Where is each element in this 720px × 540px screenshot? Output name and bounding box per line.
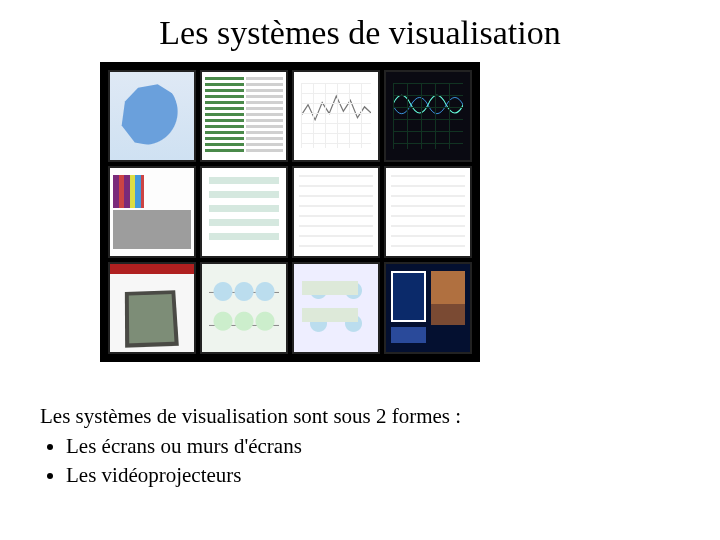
wall-screen-broadcast	[384, 262, 472, 354]
wall-screen-clipboard	[108, 262, 196, 354]
wall-screen-report-2	[384, 166, 472, 258]
video-wall-photo	[100, 62, 480, 362]
intro-line: Les systèmes de visualisation sont sous …	[40, 402, 680, 430]
slide: Les systèmes de visualisation	[0, 0, 720, 540]
bullet-list: Les écrans ou murs d'écrans Les vidéopro…	[40, 432, 680, 489]
wall-screen-map	[108, 70, 196, 162]
list-item: Les écrans ou murs d'écrans	[66, 432, 680, 460]
body-text: Les systèmes de visualisation sont sous …	[40, 402, 680, 489]
wall-screen-table	[200, 70, 288, 162]
wall-screen-diagram	[200, 262, 288, 354]
wall-screen-report	[292, 166, 380, 258]
wall-screen-oscilloscope	[384, 70, 472, 162]
wall-screen-list	[200, 166, 288, 258]
video-wall-grid	[108, 70, 472, 354]
wall-screen-diagram-2	[292, 262, 380, 354]
wall-screen-bars	[108, 166, 196, 258]
wall-screen-line-chart	[292, 70, 380, 162]
list-item: Les vidéoprojecteurs	[66, 461, 680, 489]
slide-title: Les systèmes de visualisation	[40, 14, 680, 52]
